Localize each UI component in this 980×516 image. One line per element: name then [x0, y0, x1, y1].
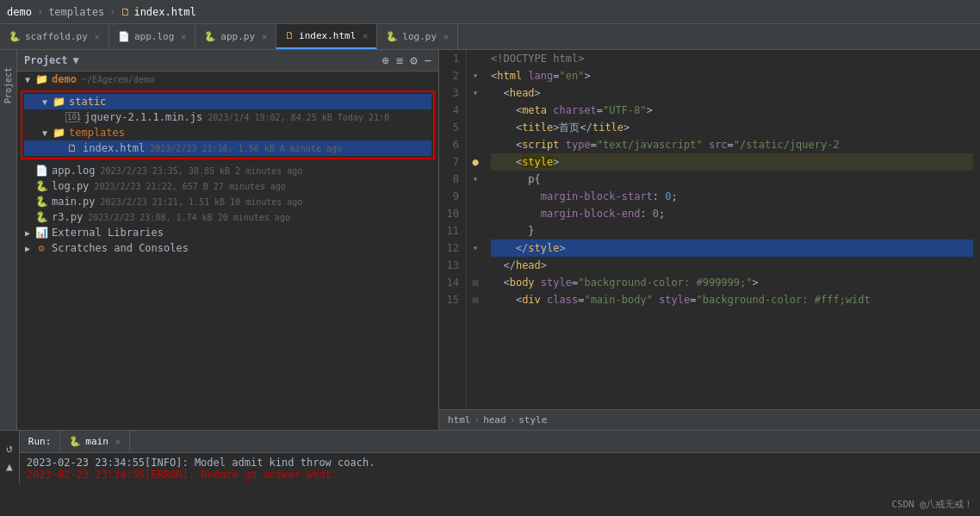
scratches-expand: ▶: [21, 244, 34, 253]
gutter-8[interactable]: ▾: [467, 171, 484, 188]
root-label: demo: [52, 73, 77, 85]
applog-icon: 📄: [118, 31, 130, 42]
indexhtml-meta: 2023/2/23 21:16, 1.56 kB A minute ago: [150, 144, 342, 153]
code-lines[interactable]: 12345 678910 1112131415 ▾ ▾ ● ▾ ▾ ■: [439, 50, 980, 409]
highlight-region: ▼ 📁 static 101 jquery-2.1.1.min.js 2023/…: [21, 90, 435, 159]
watermark: CSDN @八戒无戒！: [891, 498, 973, 511]
side-panel-tab[interactable]: Project: [0, 50, 17, 430]
run-tab[interactable]: Run:: [20, 431, 61, 452]
project-name: demo: [7, 6, 32, 18]
stop-button[interactable]: ▲: [3, 459, 16, 474]
bottom-main: Run: 🐍 main ✕ 2023-02-23 23:34:55[INFO]:…: [20, 431, 980, 484]
root-expand-icon: ▼: [21, 75, 34, 84]
code-line-9: margin-block-start: 0;: [491, 188, 973, 205]
code-line-13: </head>: [491, 257, 973, 274]
templates-label: templates: [69, 127, 125, 139]
bottom-row: ↺ ▲ Run: 🐍 main ✕ 2023-02-23 23:34:55[IN…: [0, 431, 980, 484]
applog-icon: 📄: [34, 165, 48, 177]
restart-button[interactable]: ↺: [3, 441, 16, 456]
gutter-15: ■: [467, 291, 484, 308]
tree-item-jquery[interactable]: 101 jquery-2.1.1.min.js 2023/1/4 19:02, …: [24, 109, 431, 125]
tree-item-scratches[interactable]: ▶ ⚙ Scratches and Consoles: [17, 240, 438, 256]
tab-logpy[interactable]: 🐍 log.py ✕: [377, 24, 458, 49]
tree-content: ▼ 📁 demo ~/EAgerem/demo ▼ 📁 static: [17, 71, 438, 430]
main-area: Project Project ▼ ⊕ ≡ ⚙ − ▼ 📁 demo: [0, 50, 980, 430]
gutter-3[interactable]: ▾: [467, 84, 484, 102]
side-panel-label: Project: [3, 67, 13, 103]
tab-scaffold-label: scaffold.py: [25, 31, 88, 42]
gear-icon[interactable]: ⚙: [410, 53, 417, 67]
sep2: ›: [109, 6, 115, 18]
indexhtml-icon: 🗋: [285, 30, 295, 41]
tab-applog[interactable]: 📄 app.log ✕: [109, 24, 195, 49]
file-icon: 🗋: [121, 6, 131, 18]
tree-item-logpy[interactable]: 🐍 log.py 2023/2/23 21:22, 657 B 27 minut…: [17, 178, 438, 194]
r3py-label: r3.py: [52, 211, 83, 223]
scaffold-icon: 🐍: [9, 31, 21, 42]
locate-icon[interactable]: ⊕: [381, 53, 388, 67]
breadcrumb-sep2: ›: [510, 414, 516, 426]
mainpy-icon: 🐍: [34, 196, 48, 208]
minimize-icon[interactable]: −: [425, 53, 431, 67]
project-dropdown-icon[interactable]: ▼: [73, 54, 79, 66]
mainpy-label: main.py: [52, 196, 96, 208]
tree-item-external[interactable]: ▶ 📊 External Libraries: [17, 225, 438, 240]
tab-indexhtml-label: index.html: [299, 30, 356, 41]
tab-indexhtml[interactable]: 🗋 index.html ✕: [276, 24, 377, 49]
static-folder-icon: 📁: [52, 96, 65, 108]
gutter-12[interactable]: ▾: [467, 239, 484, 257]
tree-item-templates[interactable]: ▼ 📁 templates: [24, 125, 431, 140]
scratches-label: Scratches and Consoles: [52, 242, 189, 254]
code-line-8: p{: [491, 171, 973, 188]
tab-indexhtml-close[interactable]: ✕: [363, 31, 368, 40]
editor-breadcrumb: html › head › style: [439, 409, 980, 430]
main-tab-label: main: [85, 436, 109, 447]
logpy-meta: 2023/2/23 21:22, 657 B 27 minutes ago: [94, 182, 286, 191]
tab-apppy-close[interactable]: ✕: [262, 32, 267, 41]
static-expand-icon: ▼: [38, 97, 52, 107]
logpy-icon: 🐍: [34, 180, 48, 192]
gutter-11: [467, 222, 484, 239]
tab-applog-close[interactable]: ✕: [181, 32, 186, 41]
main-tab[interactable]: 🐍 main ✕: [60, 431, 130, 452]
tab-scaffold-close[interactable]: ✕: [95, 32, 100, 41]
external-icon: 📊: [34, 227, 48, 239]
file-tree: Project ▼ ⊕ ≡ ⚙ − ▼ 📁 demo ~/EAgerem/dem…: [17, 50, 439, 430]
tree-item-static[interactable]: ▼ 📁 static: [24, 94, 431, 109]
code-content[interactable]: <!DOCTYPE html> <html lang="en"> <head> …: [484, 50, 980, 409]
logpy-label: log.py: [52, 180, 89, 192]
tab-logpy-label: log.py: [402, 31, 437, 42]
jquery-file-icon: 101: [65, 112, 79, 122]
gutter-13: [467, 257, 484, 274]
collapse-icon[interactable]: ≡: [396, 53, 403, 67]
breadcrumb-html: html: [448, 414, 471, 426]
line-gutters: ▾ ▾ ● ▾ ▾ ■ ■: [467, 50, 484, 409]
tree-item-indexhtml[interactable]: 🗋 index.html 2023/2/23 21:16, 1.56 kB A …: [24, 140, 431, 156]
main-tab-close[interactable]: ✕: [115, 437, 121, 446]
tree-item-applog[interactable]: 📄 app.log 2023/2/23 23:35, 30.85 kB 2 mi…: [17, 163, 438, 178]
tree-item-r3py[interactable]: 🐍 r3.py 2023/2/23 23:08, 1.74 kB 20 minu…: [17, 209, 438, 225]
bottom-panel: ↺ ▲ Run: 🐍 main ✕ 2023-02-23 23:34:55[IN…: [0, 430, 980, 516]
tree-item-mainpy[interactable]: 🐍 main.py 2023/2/23 21:21, 1.51 kB 10 mi…: [17, 194, 438, 209]
breadcrumb-templates: templates: [48, 6, 104, 18]
code-line-12: </style>: [491, 239, 973, 257]
tab-apppy[interactable]: 🐍 app.py ✕: [195, 24, 276, 49]
gutter-5: [467, 119, 484, 136]
gutter-2[interactable]: ▾: [467, 67, 484, 84]
applog-meta: 2023/2/23 23:35, 30.85 kB 2 minutes ago: [101, 166, 303, 176]
static-label: static: [69, 96, 106, 108]
bottom-tabs: Run: 🐍 main ✕: [20, 431, 980, 453]
gutter-4: [467, 102, 484, 119]
root-folder-icon: 📁: [34, 73, 48, 85]
r3py-meta: 2023/2/23 23:08, 1.74 kB 20 minutes ago: [88, 213, 290, 222]
tab-scaffold[interactable]: 🐍 scaffold.py ✕: [0, 24, 109, 49]
code-line-5: <title>首页</title>: [491, 119, 973, 136]
applog-label: app.log: [52, 165, 96, 177]
templates-folder-icon: 📁: [52, 127, 65, 139]
gutter-9: [467, 188, 484, 205]
external-expand: ▶: [21, 228, 34, 238]
gutter-1: [467, 50, 484, 67]
code-line-6: <script type="text/javascript" src="/sta…: [491, 136, 973, 153]
tree-root[interactable]: ▼ 📁 demo ~/EAgerem/demo: [17, 71, 438, 87]
tab-logpy-close[interactable]: ✕: [443, 32, 449, 41]
